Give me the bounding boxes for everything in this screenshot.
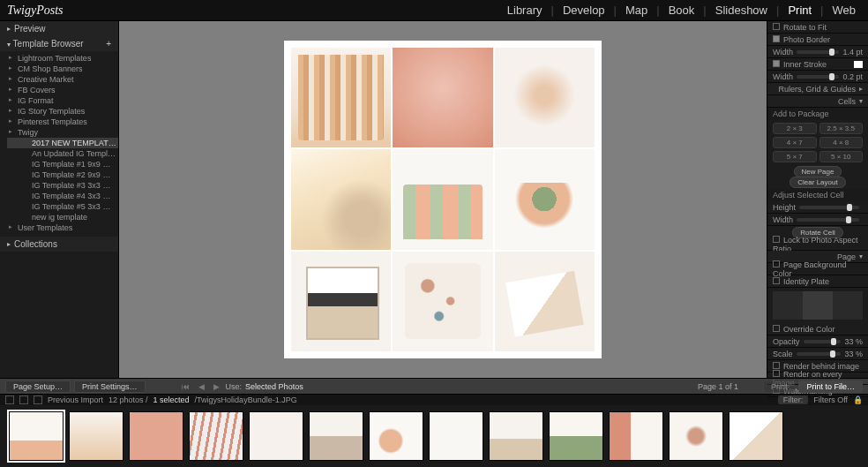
print-button[interactable]: Print <box>763 380 796 393</box>
width-slider[interactable] <box>797 75 839 79</box>
rotate-to-fit-row[interactable]: Rotate to Fit <box>767 21 868 34</box>
print-to-file-button[interactable]: Print to File… <box>798 380 863 393</box>
grid-cell[interactable] <box>495 252 595 351</box>
filmstrip-thumb[interactable] <box>369 411 423 461</box>
module-library[interactable]: Library <box>502 4 548 17</box>
identity-plate-row[interactable]: Identity Plate <box>767 275 868 288</box>
checkbox-icon[interactable] <box>773 60 780 67</box>
collections-panel-header[interactable]: ▸Collections <box>0 237 118 252</box>
filmstrip-thumb[interactable] <box>189 411 243 461</box>
module-book[interactable]: Book <box>663 4 700 17</box>
first-page-icon[interactable]: ⏮ <box>179 382 192 391</box>
filmstrip-thumb[interactable] <box>609 411 663 461</box>
tree-item[interactable]: User Templates <box>7 222 118 233</box>
rulers-section[interactable]: Rulers, Grid & Guides▸ <box>767 83 868 95</box>
grid-cell[interactable] <box>291 149 391 249</box>
width-slider[interactable] <box>797 50 839 54</box>
scale-slider[interactable] <box>797 352 842 356</box>
width-slider[interactable] <box>797 218 859 222</box>
print-page[interactable] <box>284 41 602 358</box>
swatch[interactable] <box>833 291 863 320</box>
cells-section[interactable]: Cells▾ <box>767 95 868 108</box>
grid-cell[interactable] <box>393 252 492 351</box>
size-chip[interactable]: 2.5 × 3.5 <box>819 123 864 134</box>
size-chip[interactable]: 5 × 10 <box>819 151 864 162</box>
grid-cell[interactable] <box>393 149 492 249</box>
grid-cell[interactable] <box>291 252 391 351</box>
color-swatch[interactable] <box>854 61 863 68</box>
module-develop[interactable]: Develop <box>557 4 610 17</box>
filmstrip-thumb[interactable] <box>729 411 783 461</box>
tree-item[interactable]: IG Template #1 9x9 Guide <box>7 159 118 169</box>
grid-cell[interactable] <box>291 48 391 147</box>
filmstrip-thumb[interactable] <box>249 411 303 461</box>
identity-swatch-row[interactable] <box>773 291 863 320</box>
clear-layout-button[interactable]: Clear Layout <box>789 177 845 188</box>
template-browser-header[interactable]: ▾ Template Browser+ <box>0 36 118 51</box>
opacity-slider[interactable] <box>804 340 842 343</box>
module-map[interactable]: Map <box>620 4 653 17</box>
checkbox-icon[interactable] <box>773 260 780 267</box>
size-chip[interactable]: 4 × 7 <box>773 137 817 148</box>
module-web[interactable]: Web <box>827 4 862 17</box>
checkbox-icon[interactable] <box>773 236 780 243</box>
filmstrip-thumb[interactable] <box>489 411 543 461</box>
tree-item[interactable]: IG Story Templates <box>7 106 118 117</box>
tree-item[interactable]: Creative Market <box>7 74 118 85</box>
filmstrip-thumb[interactable] <box>69 411 123 461</box>
grid-view-icon[interactable] <box>5 395 14 404</box>
tree-item[interactable]: Twigy <box>7 127 118 138</box>
next-page-icon[interactable]: ▶ <box>211 382 222 391</box>
filmstrip-thumb[interactable] <box>429 411 483 461</box>
tree-item[interactable]: CM Shop Banners <box>7 64 118 74</box>
tree-item[interactable]: IG Template #4 3x3 Guide <box>7 191 118 201</box>
size-chip[interactable]: 2 × 3 <box>773 123 817 134</box>
tree-item[interactable]: new ig template <box>7 212 118 222</box>
tree-item[interactable]: IG Template #5 3x3 Guide <box>7 201 118 212</box>
preview-panel-header[interactable]: ▸Preview <box>0 21 118 36</box>
tree-item[interactable]: IG Template #3 3x3 Guide <box>7 180 118 191</box>
tree-item[interactable]: IG Format <box>7 95 118 106</box>
height-slider[interactable] <box>799 206 859 209</box>
filmstrip-thumb[interactable] <box>309 411 363 461</box>
tree-item[interactable]: FB Covers <box>7 85 118 95</box>
grid-cell[interactable] <box>393 48 492 147</box>
grid-cell[interactable] <box>495 149 595 249</box>
plus-icon[interactable]: + <box>106 39 111 49</box>
sort-icon[interactable] <box>34 395 42 404</box>
swatch[interactable] <box>773 291 803 320</box>
grid-cell[interactable] <box>495 48 595 147</box>
filmstrip-thumb[interactable] <box>549 411 603 461</box>
checkbox-icon[interactable] <box>773 370 780 377</box>
swatch[interactable] <box>803 291 833 320</box>
tree-item[interactable]: Pinterest Templates <box>7 117 118 127</box>
checkbox-icon[interactable] <box>773 35 780 42</box>
photo-border-row[interactable]: Photo Border <box>767 34 868 46</box>
inner-stroke-row[interactable]: Inner Stroke <box>767 58 868 71</box>
page-setup-button[interactable]: Page Setup… <box>5 380 71 393</box>
compare-view-icon[interactable] <box>19 395 28 404</box>
filmstrip-thumb[interactable] <box>9 411 64 461</box>
tree-item[interactable]: 2017 NEW TEMPLATE 2 <box>7 138 118 148</box>
use-value[interactable]: Selected Photos <box>245 382 303 391</box>
prev-page-icon[interactable]: ◀ <box>196 382 207 391</box>
size-chip[interactable]: 4 × 8 <box>819 137 864 148</box>
source-label[interactable]: Previous Import <box>48 395 103 404</box>
size-chip[interactable]: 5 × 7 <box>773 151 817 162</box>
tree-item[interactable]: An Updated IG Template 9… <box>7 148 118 159</box>
override-color-row[interactable]: Override Color <box>767 323 868 335</box>
module-print[interactable]: Print <box>782 4 817 17</box>
checkbox-icon[interactable] <box>773 277 780 284</box>
lock-ratio-row[interactable]: Lock to Photo Aspect Ratio <box>767 238 868 251</box>
module-slideshow[interactable]: Slideshow <box>710 4 773 17</box>
filmstrip-thumb[interactable] <box>129 411 183 461</box>
tree-item[interactable]: Lightroom Templates <box>7 53 118 64</box>
checkbox-icon[interactable] <box>773 23 780 30</box>
page-bg-row[interactable]: Page Background Color <box>767 263 868 275</box>
lock-icon[interactable]: 🔒 <box>853 395 863 404</box>
tree-item[interactable]: IG Template #2 9x9 Guide <box>7 169 118 180</box>
filmstrip[interactable] <box>0 405 868 467</box>
print-settings-button[interactable]: Print Settings… <box>74 380 146 393</box>
filters-off-dropdown[interactable]: Filters Off <box>813 395 848 404</box>
checkbox-icon[interactable] <box>773 362 780 369</box>
